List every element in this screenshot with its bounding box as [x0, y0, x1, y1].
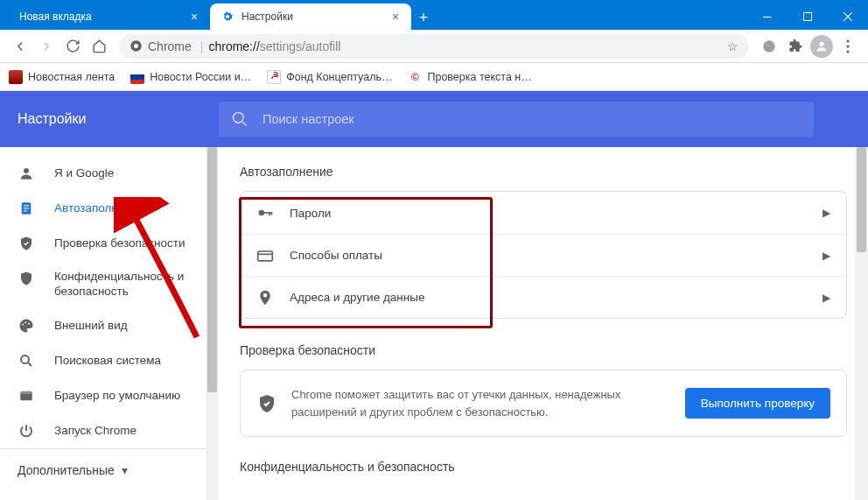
- back-button[interactable]: [7, 33, 33, 60]
- browser-toolbar: Chrome | chrome://settings/autofill ☆: [0, 30, 868, 63]
- svg-point-15: [22, 324, 24, 326]
- chevron-right-icon: ▶: [822, 250, 830, 262]
- omnibox-scheme: chrome://settings/autofill: [208, 39, 340, 53]
- svg-point-17: [28, 323, 30, 325]
- sidebar-scrollbar[interactable]: [206, 147, 219, 500]
- omnibox-chrome-label: Chrome: [148, 39, 192, 53]
- new-tab-button[interactable]: +: [411, 5, 436, 30]
- svg-point-4: [763, 40, 775, 53]
- safety-check-card: Chrome поможет защитить вас от утечки да…: [240, 370, 847, 437]
- section-title-safety: Проверка безопасности: [240, 343, 847, 357]
- chevron-right-icon: ▶: [822, 292, 830, 304]
- profile-button[interactable]: [808, 33, 835, 60]
- shield-check-icon: [256, 393, 277, 414]
- site-identity: Chrome: [130, 39, 195, 53]
- maximize-button[interactable]: [788, 4, 828, 30]
- tabs-region: Новая вкладка × Настройки × +: [0, 0, 436, 30]
- credit-card-icon: [256, 247, 274, 264]
- svg-rect-14: [24, 210, 27, 211]
- tab-settings[interactable]: Настройки ×: [210, 4, 411, 30]
- svg-point-8: [846, 50, 849, 53]
- svg-point-7: [846, 45, 849, 47]
- tab-label: Новая вкладка: [19, 11, 92, 23]
- home-button[interactable]: [86, 33, 112, 60]
- section-title-privacy: Конфиденциальность и безопасность: [240, 460, 847, 474]
- settings-header: Настройки: [0, 91, 868, 147]
- bookmark-item[interactable]: ©Проверка текста н…: [408, 70, 531, 84]
- run-safety-check-button[interactable]: Выполнить проверку: [685, 388, 830, 419]
- window-controls: [747, 4, 868, 30]
- search-icon: [231, 110, 248, 128]
- bookmark-item[interactable]: Новостная лента: [9, 70, 115, 84]
- power-icon: [18, 422, 35, 440]
- svg-rect-13: [24, 208, 29, 208]
- sidebar-item-privacy[interactable]: Конфиденциальность и безопасность: [0, 261, 219, 308]
- bookmark-item[interactable]: ☭Фонд Концептуаль…: [267, 70, 392, 84]
- search-icon: [18, 352, 35, 370]
- main-scrollbar[interactable]: [855, 147, 868, 500]
- gear-icon: [220, 10, 234, 24]
- main-panel: Автозаполнение Пароли ▶ Способы оплаты ▶…: [219, 147, 868, 500]
- svg-point-10: [24, 168, 29, 173]
- svg-rect-1: [804, 13, 812, 21]
- sidebar-advanced-toggle[interactable]: Дополнительные ▾: [0, 448, 219, 490]
- svg-rect-20: [20, 391, 32, 394]
- close-icon[interactable]: ×: [187, 10, 201, 24]
- star-icon[interactable]: ☆: [727, 39, 738, 53]
- shield-icon: [18, 270, 35, 287]
- minimize-button[interactable]: [747, 4, 788, 30]
- row-passwords[interactable]: Пароли ▶: [241, 192, 846, 234]
- sidebar: Я и Google Автозаполнение Проверка безоп…: [0, 147, 219, 500]
- forward-button[interactable]: [33, 33, 60, 60]
- globe-icon[interactable]: [756, 33, 782, 60]
- row-payment[interactable]: Способы оплаты ▶: [241, 234, 846, 276]
- close-window-button[interactable]: [828, 4, 868, 30]
- window-titlebar: Новая вкладка × Настройки × +: [0, 0, 868, 30]
- address-bar[interactable]: Chrome | chrome://settings/autofill ☆: [119, 34, 749, 59]
- chevron-right-icon: ▶: [822, 207, 830, 219]
- svg-rect-12: [24, 205, 29, 206]
- svg-rect-25: [258, 251, 273, 261]
- page-title: Настройки: [18, 111, 219, 127]
- sidebar-item-autofill[interactable]: Автозаполнение: [0, 191, 219, 226]
- sidebar-item-on-startup[interactable]: Запуск Chrome: [0, 413, 219, 448]
- tab-new-tab[interactable]: Новая вкладка ×: [9, 4, 210, 30]
- clipboard-icon: [18, 200, 35, 217]
- autofill-card: Пароли ▶ Способы оплаты ▶ Адреса и други…: [240, 191, 847, 319]
- svg-rect-23: [269, 212, 270, 215]
- sidebar-item-you-and-google[interactable]: Я и Google: [0, 156, 219, 191]
- search-input[interactable]: [262, 112, 802, 126]
- bookmarks-bar: Новостная лента Новости России и… ☭Фонд …: [0, 63, 868, 91]
- safety-check-description: Chrome поможет защитить вас от утечки да…: [291, 386, 685, 420]
- svg-point-5: [819, 41, 823, 46]
- reload-button[interactable]: [60, 33, 86, 60]
- sidebar-item-appearance[interactable]: Внешний вид: [0, 308, 219, 343]
- bookmark-item[interactable]: Новости России и…: [130, 70, 251, 84]
- sidebar-item-safety-check[interactable]: Проверка безопасности: [0, 226, 219, 261]
- person-icon: [18, 165, 35, 182]
- close-icon[interactable]: ×: [388, 10, 402, 24]
- extensions-icon[interactable]: [782, 33, 808, 60]
- shield-check-icon: [18, 235, 35, 252]
- settings-search[interactable]: [219, 102, 814, 137]
- sidebar-item-search-engine[interactable]: Поисковая система: [0, 343, 219, 378]
- sidebar-item-default-browser[interactable]: Браузер по умолчанию: [0, 378, 219, 413]
- tab-label: Настройки: [242, 11, 293, 23]
- svg-point-6: [846, 39, 849, 42]
- svg-point-21: [259, 210, 265, 216]
- svg-rect-24: [271, 212, 273, 215]
- menu-button[interactable]: [835, 33, 861, 60]
- row-addresses[interactable]: Адреса и другие данные ▶: [241, 276, 846, 318]
- svg-point-9: [234, 113, 244, 123]
- browser-icon: [18, 387, 35, 405]
- svg-point-18: [21, 356, 29, 363]
- svg-point-16: [24, 321, 26, 323]
- key-icon: [256, 204, 274, 222]
- chrome-icon: [130, 39, 143, 53]
- section-title-autofill: Автозаполнение: [240, 165, 847, 179]
- svg-point-3: [134, 44, 138, 48]
- svg-rect-22: [263, 212, 271, 214]
- svg-rect-0: [763, 17, 772, 18]
- palette-icon: [18, 317, 35, 335]
- location-icon: [256, 289, 274, 306]
